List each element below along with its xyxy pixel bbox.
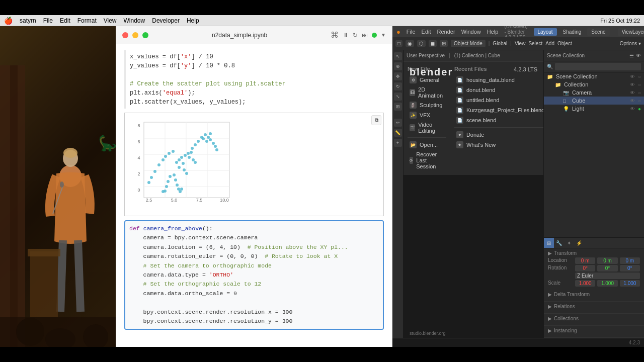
- menubar-file[interactable]: File: [43, 17, 53, 24]
- pause-icon[interactable]: ⏸: [343, 32, 349, 39]
- tab-layout[interactable]: Layout: [534, 28, 557, 36]
- outliner-filter-icon[interactable]: ☰: [629, 53, 634, 58]
- properties-tab-physics[interactable]: ⚡: [574, 238, 584, 248]
- camera-hide-icon[interactable]: ○: [638, 90, 641, 96]
- tool-annotate[interactable]: ✏: [394, 119, 402, 127]
- outliner-search-input[interactable]: [555, 63, 641, 70]
- menubar-view[interactable]: View: [104, 17, 117, 24]
- tool-rotate[interactable]: ↻: [394, 82, 402, 90]
- outliner-camera[interactable]: 📷 Camera 👁 ○: [544, 88, 644, 97]
- splash-open-btn[interactable]: 📂 Open...: [408, 140, 446, 150]
- collection-eye-icon[interactable]: 👁: [630, 82, 635, 87]
- camera-eye-icon[interactable]: 👁: [630, 90, 635, 96]
- outliner-cube[interactable]: □ Cube 👁 ○: [544, 97, 644, 105]
- blender-menu-file[interactable]: File: [407, 29, 416, 35]
- transform-chevron[interactable]: ▶: [548, 250, 552, 256]
- options-btn[interactable]: Options ▾: [620, 41, 641, 46]
- apple-menu[interactable]: 🍎: [4, 17, 13, 25]
- splash-item-videoediting[interactable]: 🎬 Video Editing: [408, 120, 446, 135]
- light-active-icon[interactable]: ●: [638, 106, 641, 112]
- splash-donate-btn[interactable]: ♥ Donate: [454, 130, 543, 140]
- menubar-format[interactable]: Format: [77, 17, 97, 24]
- menubar-edit[interactable]: Edit: [60, 17, 70, 24]
- properties-tab-object[interactable]: ⊞: [544, 238, 554, 248]
- tl-yellow[interactable]: [132, 32, 138, 38]
- scale-y[interactable]: 1.000: [597, 280, 617, 287]
- code-cell-1[interactable]: x_values = df['x'] / 10 y_values = df['y…: [124, 50, 384, 109]
- light-eye-icon[interactable]: 👁: [630, 106, 635, 112]
- collection-hide-icon[interactable]: ○: [638, 82, 641, 87]
- header-mesh-icon[interactable]: □: [395, 40, 403, 47]
- recent-item-4[interactable]: 📄 scene.blend: [454, 115, 543, 125]
- instancing-title[interactable]: ▶ Instancing: [548, 328, 640, 333]
- menubar-help[interactable]: Help: [187, 17, 199, 24]
- tool-cursor[interactable]: ⊕: [394, 62, 402, 70]
- outliner-scene-collection[interactable]: 📁 Scene Collection 👁 ○: [544, 72, 644, 80]
- header-shader-icon[interactable]: ⊞: [440, 40, 448, 47]
- tab-shading[interactable]: Shading: [563, 29, 582, 35]
- scale-x[interactable]: 1.000: [575, 280, 595, 287]
- view-menu[interactable]: View: [515, 41, 526, 46]
- object-mode-btn[interactable]: Object Mode: [451, 40, 486, 47]
- viewport-label[interactable]: ViewLayer: [618, 28, 644, 36]
- recent-item-1[interactable]: 📄 donut.blend: [454, 85, 543, 95]
- select-menu[interactable]: Select: [528, 41, 542, 46]
- tool-measure[interactable]: 📏: [394, 129, 402, 137]
- location-z[interactable]: 0 m: [620, 257, 640, 264]
- menubar-window[interactable]: Window: [124, 17, 145, 24]
- scene-eye-icon[interactable]: 👁: [630, 74, 635, 79]
- recent-item-3[interactable]: 📄 Kurzgesagt_Project_Files.blend: [454, 105, 543, 115]
- splash-recover-btn[interactable]: ⟳ Recover Last Session: [408, 150, 446, 171]
- properties-tab-particles[interactable]: ✦: [564, 238, 574, 248]
- tool-scale[interactable]: ⤡: [394, 93, 402, 101]
- menubar-developer[interactable]: Developer: [152, 17, 180, 24]
- rotation-mode[interactable]: Z Euler: [575, 273, 640, 279]
- location-x[interactable]: 0 m: [575, 257, 595, 264]
- blender-splash[interactable]: blender 4.2.3 LTS studio.blender.org New…: [404, 61, 543, 338]
- collections-title[interactable]: ▶ Collections: [548, 316, 640, 321]
- tool-transform[interactable]: ⊞: [394, 103, 402, 111]
- tool-select[interactable]: ↖: [394, 52, 402, 60]
- properties-tab-modifier[interactable]: 🔧: [554, 238, 564, 248]
- active-code-cell[interactable]: def camera_from_above(): camera = bpy.co…: [124, 220, 384, 330]
- tool-move[interactable]: ✥: [394, 72, 402, 80]
- viewport-global-btn[interactable]: Global: [493, 41, 507, 46]
- blender-menu-window[interactable]: Window: [461, 29, 481, 35]
- rotation-x[interactable]: 0°: [575, 265, 595, 272]
- blender-menu-help[interactable]: Help: [487, 29, 499, 35]
- delta-transform-title[interactable]: ▶ Delta Transform: [548, 292, 640, 297]
- splash-whatsnew-btn[interactable]: ★ What's New: [454, 140, 543, 150]
- splash-item-vfx[interactable]: ✨ VFX: [408, 110, 446, 120]
- toolbar-expand[interactable]: ▼: [381, 32, 386, 38]
- blender-menu-render[interactable]: Render: [437, 29, 455, 35]
- header-texture-icon[interactable]: ◼: [429, 40, 437, 47]
- scene-hide-icon[interactable]: ○: [638, 74, 641, 79]
- object-menu[interactable]: Object: [557, 41, 572, 46]
- location-y[interactable]: 0 m: [597, 257, 617, 264]
- header-material-icon[interactable]: ⬡: [417, 40, 426, 47]
- splash-item-sculpting[interactable]: 🗿 Sculpting: [408, 100, 446, 110]
- header-render-icon[interactable]: ◉: [406, 40, 414, 47]
- tool-add[interactable]: +: [394, 139, 402, 147]
- add-menu[interactable]: Add: [545, 41, 554, 46]
- recent-item-0[interactable]: 📄 housing_data.blend: [454, 75, 543, 85]
- cube-hide-icon[interactable]: ○: [638, 98, 641, 104]
- rotation-y[interactable]: 0°: [597, 265, 617, 272]
- outliner-visibility-icon[interactable]: 👁: [636, 53, 641, 58]
- outliner-light[interactable]: 💡 Light 👁 ●: [544, 105, 644, 113]
- cube-eye-icon[interactable]: 👁: [630, 98, 635, 104]
- copy-button[interactable]: ⧉: [371, 115, 381, 125]
- jupyter-content[interactable]: x_values = df['x'] / 10 y_values = df['y…: [116, 44, 392, 347]
- tab-scene[interactable]: Scene: [587, 28, 609, 36]
- blender-menu-edit[interactable]: Edit: [422, 29, 431, 35]
- menubar-app[interactable]: satyrn: [20, 17, 36, 24]
- outliner-collection[interactable]: 📁 Collection 👁 ○: [544, 80, 644, 88]
- splash-item-2danim[interactable]: 🎞 2D Animation: [408, 85, 446, 100]
- tl-green[interactable]: [142, 32, 148, 38]
- rotation-z[interactable]: 0°: [620, 265, 640, 272]
- refresh-icon[interactable]: ↻: [353, 32, 358, 39]
- recent-item-2[interactable]: 📄 untitled.blend: [454, 95, 543, 105]
- scale-z[interactable]: 1.000: [620, 280, 640, 287]
- skip-icon[interactable]: ⏭: [362, 32, 368, 39]
- relations-title[interactable]: ▶ Relations: [548, 304, 640, 309]
